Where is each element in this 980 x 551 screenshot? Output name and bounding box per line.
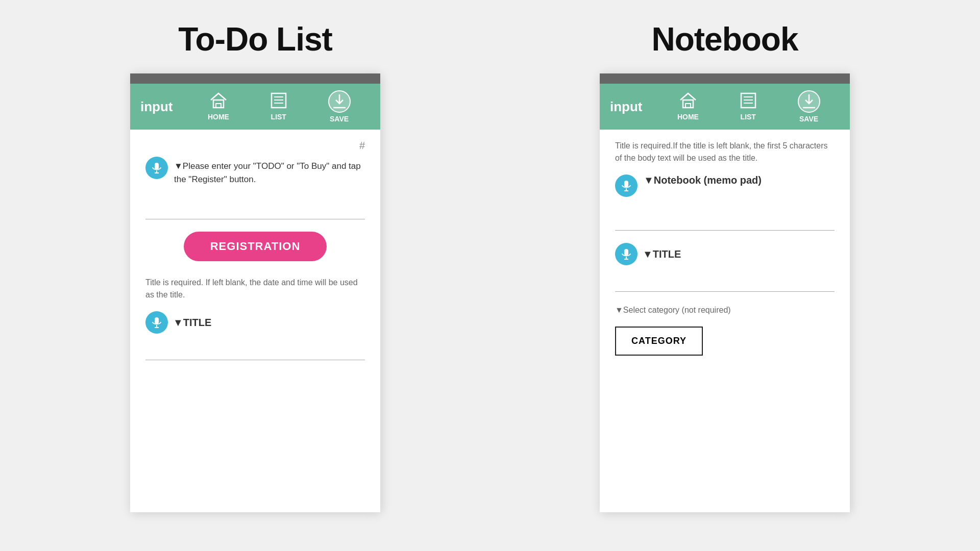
save-icon <box>328 90 351 113</box>
todo-title-mic-icon[interactable] <box>145 311 168 334</box>
notebook-body-input[interactable] <box>615 212 835 231</box>
notebook-save-icon <box>798 90 820 113</box>
todo-title-label: ▼TITLE <box>173 317 211 329</box>
notebook-category-dropdown-label: ▼Select category (not required) <box>615 304 835 316</box>
notebook-title-input[interactable] <box>615 273 835 292</box>
notebook-content: Title is required.If the title is left b… <box>600 130 850 512</box>
notebook-section: Notebook input HOME <box>510 20 939 512</box>
todo-section: To-Do List input HOME <box>41 20 470 512</box>
notebook-info-text: Title is required.If the title is left b… <box>615 140 835 164</box>
notebook-nav-save[interactable]: SAVE <box>798 90 820 123</box>
todo-mic-row: ▼Please enter your "TODO" or "To Buy" an… <box>145 157 365 186</box>
svg-rect-23 <box>624 249 628 256</box>
notebook-list-icon <box>738 90 758 111</box>
todo-top-bar <box>130 73 380 84</box>
svg-rect-20 <box>624 181 628 187</box>
notebook-title: Notebook <box>651 20 798 58</box>
notebook-top-bar <box>600 73 850 84</box>
todo-mic-icon[interactable] <box>145 157 168 179</box>
todo-nav-save-label: SAVE <box>330 115 349 123</box>
notebook-nav-home[interactable]: HOME <box>677 90 699 123</box>
todo-nav-list[interactable]: LIST <box>268 90 289 123</box>
notebook-nav-list[interactable]: LIST <box>738 90 758 123</box>
todo-info-text: Title is required. If left blank, the da… <box>145 277 365 301</box>
todo-content: # ▼Please enter your "TODO" or "To Buy" … <box>130 130 380 512</box>
notebook-label: ▼Notebook (memo pad) <box>644 174 762 186</box>
todo-nav-home[interactable]: HOME <box>208 90 229 123</box>
todo-nav-save[interactable]: SAVE <box>328 90 351 123</box>
svg-rect-7 <box>155 163 159 169</box>
notebook-nav-list-label: LIST <box>741 113 756 121</box>
registration-button[interactable]: REGISTRATION <box>184 232 327 261</box>
todo-nav-list-label: LIST <box>271 113 286 121</box>
notebook-mic-row: ▼Notebook (memo pad) <box>615 174 835 197</box>
notebook-nav-items: HOME LIST <box>658 90 840 123</box>
todo-nav-items: HOME LIST <box>188 90 370 123</box>
notebook-title-label: ▼TITLE <box>643 248 681 260</box>
notebook-nav-save-label: SAVE <box>799 115 818 123</box>
todo-instruction-text: ▼Please enter your "TODO" or "To Buy" an… <box>174 157 365 186</box>
home-icon <box>208 90 229 111</box>
notebook-nav-input-label: input <box>610 99 643 115</box>
todo-text-input[interactable] <box>145 201 365 219</box>
notebook-mic-icon-1[interactable] <box>615 174 638 197</box>
todo-title-input[interactable] <box>145 342 365 360</box>
notebook-nav-bar: input HOME <box>600 84 850 130</box>
list-icon <box>268 90 289 111</box>
todo-hash: # <box>145 140 365 152</box>
notebook-mic-icon-2[interactable] <box>615 243 638 265</box>
todo-phone-frame: input HOME <box>130 73 380 512</box>
todo-nav-home-label: HOME <box>208 113 229 121</box>
svg-rect-10 <box>155 317 159 324</box>
notebook-home-icon <box>678 90 698 111</box>
notebook-nav-home-label: HOME <box>677 113 699 121</box>
todo-title: To-Do List <box>178 20 332 58</box>
todo-nav-input-label: input <box>140 99 173 115</box>
todo-title-row: ▼TITLE <box>145 311 365 334</box>
notebook-title-row: ▼TITLE <box>615 243 835 265</box>
todo-nav-bar: input HOME <box>130 84 380 130</box>
category-button[interactable]: CATEGORY <box>615 327 703 356</box>
notebook-phone-frame: input HOME <box>600 73 850 512</box>
